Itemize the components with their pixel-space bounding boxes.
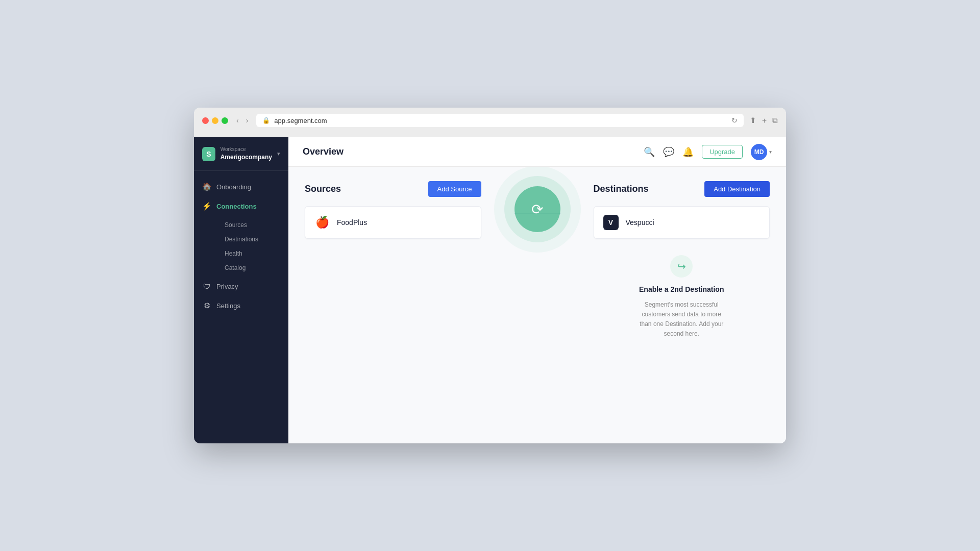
workspace-logo: S	[202, 147, 215, 161]
sidebar-sub-destinations[interactable]: Destinations	[216, 232, 288, 246]
sidebar-sub-catalog[interactable]: Catalog	[216, 261, 288, 275]
destinations-header: Destinations Add Destination	[594, 181, 770, 197]
source-icon-foodplus: 🍎	[314, 215, 330, 230]
sources-title: Sources	[305, 184, 341, 194]
forward-button[interactable]: ›	[244, 115, 251, 126]
promo-description: Segment's most successful customers send…	[635, 300, 727, 339]
segment-logo-icon: ⟳	[531, 201, 543, 218]
sidebar-nav: 🏠 Onboarding ⚡ Connections Sources Desti…	[194, 171, 288, 443]
sidebar-sub-health[interactable]: Health	[216, 246, 288, 261]
top-bar-actions: 🔍 💬 🔔 Upgrade MD ▾	[644, 144, 772, 160]
tabs-button[interactable]: ⧉	[772, 116, 778, 126]
traffic-light-red[interactable]	[202, 117, 209, 124]
sidebar-item-onboarding[interactable]: 🏠 Onboarding	[194, 177, 288, 196]
upgrade-button[interactable]: Upgrade	[702, 145, 743, 159]
privacy-icon: 🛡	[202, 282, 211, 291]
destinations-section: Destinations Add Destination V Vespucci …	[583, 181, 770, 429]
page-body: Sources Add Source 🍎 FoodPlus	[288, 167, 786, 443]
lock-icon: 🔒	[262, 117, 270, 124]
second-destination-promo: ↪ Enable a 2nd Destination Segment's mos…	[594, 246, 770, 348]
workspace-chevron-icon: ▾	[277, 151, 280, 157]
sources-header: Sources Add Source	[305, 181, 481, 197]
traffic-light-yellow[interactable]	[212, 117, 218, 124]
destinations-title: Destinations	[594, 184, 649, 194]
sidebar-item-connections-label: Connections	[216, 203, 257, 210]
sidebar-item-settings[interactable]: ⚙ Settings	[194, 296, 288, 315]
sidebar: S Workspace Amerigocompany ▾ 🏠 Onboardin…	[194, 137, 288, 443]
dest-card-vespucci[interactable]: V Vespucci	[594, 206, 770, 239]
workspace-label: Workspace	[220, 146, 272, 152]
workspace-header[interactable]: S Workspace Amerigocompany ▾	[194, 137, 288, 171]
promo-icon: ↪	[670, 255, 693, 278]
new-tab-button[interactable]: ＋	[761, 116, 768, 126]
segment-logo-circle: ⟳	[514, 186, 560, 232]
dest-icon-vespucci: V	[603, 215, 619, 230]
dest-name-vespucci: Vespucci	[626, 218, 654, 227]
sidebar-item-onboarding-label: Onboarding	[216, 183, 251, 191]
avatar-chevron-icon: ▾	[769, 149, 772, 155]
reload-button[interactable]: ↻	[731, 116, 738, 124]
add-source-button[interactable]: Add Source	[428, 181, 481, 197]
sources-section: Sources Add Source 🍎 FoodPlus	[305, 181, 492, 429]
workspace-name: Amerigocompany	[220, 154, 272, 161]
home-icon: 🏠	[202, 182, 211, 191]
top-bar: Overview 🔍 💬 🔔 Upgrade MD ▾	[288, 137, 786, 167]
settings-icon: ⚙	[202, 301, 211, 310]
source-card-foodplus[interactable]: 🍎 FoodPlus	[305, 206, 481, 239]
sidebar-item-privacy-label: Privacy	[216, 283, 238, 290]
add-destination-button[interactable]: Add Destination	[704, 181, 770, 197]
share-button[interactable]: ⬆	[750, 116, 756, 126]
center-diagram: ⟳	[492, 181, 583, 429]
sidebar-item-settings-label: Settings	[216, 302, 240, 310]
source-name-foodplus: FoodPlus	[337, 218, 367, 227]
sidebar-sub-sources[interactable]: Sources	[216, 218, 288, 232]
traffic-light-green[interactable]	[222, 117, 228, 124]
avatar-button[interactable]: MD	[751, 144, 767, 160]
main-content: Overview 🔍 💬 🔔 Upgrade MD ▾ So	[288, 137, 786, 443]
back-button[interactable]: ‹	[234, 115, 241, 126]
notifications-button[interactable]: 🔔	[682, 146, 694, 158]
sidebar-item-connections[interactable]: ⚡ Connections	[194, 196, 288, 216]
chat-button[interactable]: 💬	[663, 146, 674, 158]
search-button[interactable]: 🔍	[644, 146, 655, 158]
address-bar[interactable]	[274, 117, 727, 124]
promo-title: Enable a 2nd Destination	[639, 285, 724, 295]
sidebar-item-privacy[interactable]: 🛡 Privacy	[194, 277, 288, 296]
connections-icon: ⚡	[202, 202, 211, 211]
connections-sub-nav: Sources Destinations Health Catalog	[194, 216, 288, 277]
page-title: Overview	[303, 146, 344, 157]
